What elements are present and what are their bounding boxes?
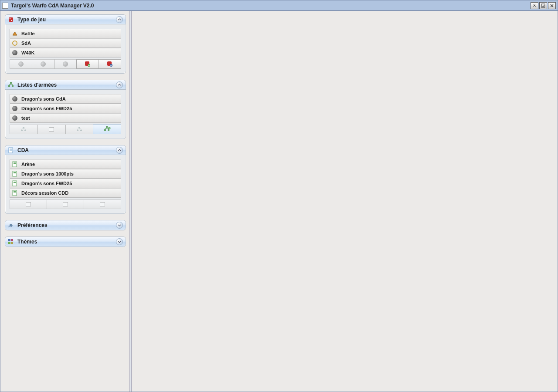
gametype-item-sda[interactable]: SdA bbox=[10, 38, 121, 48]
gametype-btn-dice-add[interactable] bbox=[76, 59, 99, 69]
cda-btn-1[interactable] bbox=[10, 199, 47, 209]
dice-icon bbox=[8, 17, 14, 23]
armylist-btn-2[interactable] bbox=[37, 125, 66, 134]
chevron-down-icon bbox=[116, 238, 123, 245]
cda-item[interactable]: Dragon's sons 1000pts bbox=[10, 169, 121, 179]
svg-rect-28 bbox=[14, 182, 16, 183]
gametype-btn-2[interactable] bbox=[32, 59, 54, 69]
svg-rect-23 bbox=[13, 162, 17, 167]
cda-item[interactable]: Arène bbox=[10, 159, 121, 169]
panel-cda-header[interactable]: CDA bbox=[5, 145, 126, 155]
list-item-label: test bbox=[21, 115, 30, 121]
panel-armylists-header[interactable]: Listes d'armées bbox=[5, 80, 126, 90]
org-add-icon bbox=[104, 126, 111, 132]
list-item-label: Décors session CDD bbox=[21, 190, 68, 196]
panel-themes-title: Thèmes bbox=[17, 239, 116, 245]
main-window: Targol's Warfo CdA Manager V2.0 Type de … bbox=[0, 0, 558, 392]
orb-icon bbox=[41, 61, 46, 67]
svg-point-2 bbox=[10, 18, 10, 19]
org-icon bbox=[76, 127, 82, 132]
panel-prefs: Préférences bbox=[5, 220, 126, 230]
svg-rect-13 bbox=[21, 130, 23, 131]
chevron-up-icon bbox=[116, 147, 123, 154]
armylist-item[interactable]: test bbox=[10, 113, 121, 123]
close-button[interactable] bbox=[548, 2, 556, 9]
maximize-button[interactable] bbox=[539, 2, 547, 9]
gametype-btn-1[interactable] bbox=[10, 59, 32, 69]
panel-cda: CDA Arène bbox=[5, 145, 126, 214]
svg-rect-22 bbox=[9, 148, 13, 153]
svg-rect-17 bbox=[80, 130, 82, 131]
svg-rect-10 bbox=[8, 85, 10, 87]
cda-item[interactable]: Décors session CDD bbox=[10, 188, 121, 198]
cda-toolbar bbox=[10, 199, 121, 209]
titlebar[interactable]: Targol's Warfo CdA Manager V2.0 bbox=[0, 0, 558, 11]
panel-prefs-title: Préférences bbox=[17, 222, 116, 228]
gametype-toolbar bbox=[10, 59, 121, 69]
sidebar: Type de jeu Battle bbox=[0, 11, 129, 392]
list-item-label: W40K bbox=[21, 50, 35, 55]
doc-icon bbox=[63, 202, 68, 206]
panel-armylists-title: Listes d'armées bbox=[17, 82, 116, 88]
org-icon bbox=[20, 127, 27, 132]
panel-prefs-header[interactable]: Préférences bbox=[5, 220, 126, 230]
svg-rect-15 bbox=[78, 127, 80, 128]
w40k-icon bbox=[11, 49, 19, 56]
svg-rect-29 bbox=[13, 190, 17, 196]
svg-rect-20 bbox=[108, 129, 109, 131]
svg-rect-14 bbox=[24, 130, 26, 131]
minimize-button[interactable] bbox=[531, 2, 538, 9]
svg-rect-11 bbox=[12, 85, 14, 87]
minimize-icon bbox=[532, 3, 537, 8]
panel-themes-header[interactable]: Thèmes bbox=[5, 237, 126, 247]
main-content bbox=[132, 11, 558, 392]
doc-icon bbox=[26, 202, 31, 206]
svg-rect-34 bbox=[11, 242, 13, 244]
cda-btn-3[interactable] bbox=[84, 199, 121, 209]
svg-rect-31 bbox=[8, 239, 10, 241]
svg-rect-1 bbox=[9, 17, 13, 22]
orb-icon bbox=[11, 95, 19, 102]
armylist-btn-1[interactable] bbox=[10, 125, 38, 134]
svg-rect-27 bbox=[13, 181, 17, 186]
orb-icon bbox=[11, 115, 19, 122]
wrench-icon bbox=[8, 222, 14, 228]
gametype-item-w40k[interactable]: W40K bbox=[10, 48, 121, 57]
dice-add-icon bbox=[85, 61, 91, 67]
svg-rect-18 bbox=[106, 126, 108, 128]
orb-icon bbox=[18, 61, 24, 67]
orb-icon bbox=[11, 105, 19, 112]
battle-icon bbox=[11, 30, 19, 37]
panel-cda-title: CDA bbox=[17, 147, 116, 153]
svg-rect-16 bbox=[77, 130, 78, 131]
window-title: Targol's Warfo CdA Manager V2.0 bbox=[11, 3, 530, 9]
svg-rect-26 bbox=[14, 172, 16, 173]
armylist-btn-add[interactable] bbox=[93, 125, 121, 134]
armylist-btn-3[interactable] bbox=[65, 125, 94, 134]
panel-gametype-header[interactable]: Type de jeu bbox=[5, 15, 126, 24]
svg-rect-32 bbox=[11, 239, 13, 241]
svg-rect-9 bbox=[10, 82, 12, 84]
svg-rect-30 bbox=[14, 191, 16, 193]
sda-icon bbox=[11, 40, 19, 47]
armylist-item[interactable]: Dragon's sons FWD25 bbox=[10, 104, 121, 113]
gametype-btn-dice-remove[interactable] bbox=[99, 59, 121, 69]
svg-rect-19 bbox=[104, 129, 106, 131]
panel-armylists: Listes d'armées Dragon's sons CdA Drago bbox=[5, 80, 126, 139]
chevron-up-icon bbox=[116, 16, 123, 23]
doc-icon bbox=[49, 127, 54, 132]
doc-icon bbox=[100, 202, 105, 206]
gametype-btn-3[interactable] bbox=[54, 59, 77, 69]
list-item-label: Dragon's sons FWD25 bbox=[21, 181, 72, 186]
list-item-label: Dragon's sons CdA bbox=[21, 96, 66, 101]
cda-item[interactable]: Dragon's sons FWD25 bbox=[10, 179, 121, 188]
armylist-item[interactable]: Dragon's sons CdA bbox=[10, 94, 121, 104]
cda-btn-2[interactable] bbox=[47, 199, 84, 209]
gametype-item-battle[interactable]: Battle bbox=[10, 29, 121, 38]
app-icon bbox=[2, 3, 8, 9]
close-icon bbox=[550, 3, 554, 8]
svg-rect-12 bbox=[23, 127, 24, 128]
orb-icon bbox=[63, 61, 68, 67]
list-item-label: Battle bbox=[21, 31, 35, 36]
page-green-icon bbox=[11, 161, 19, 168]
